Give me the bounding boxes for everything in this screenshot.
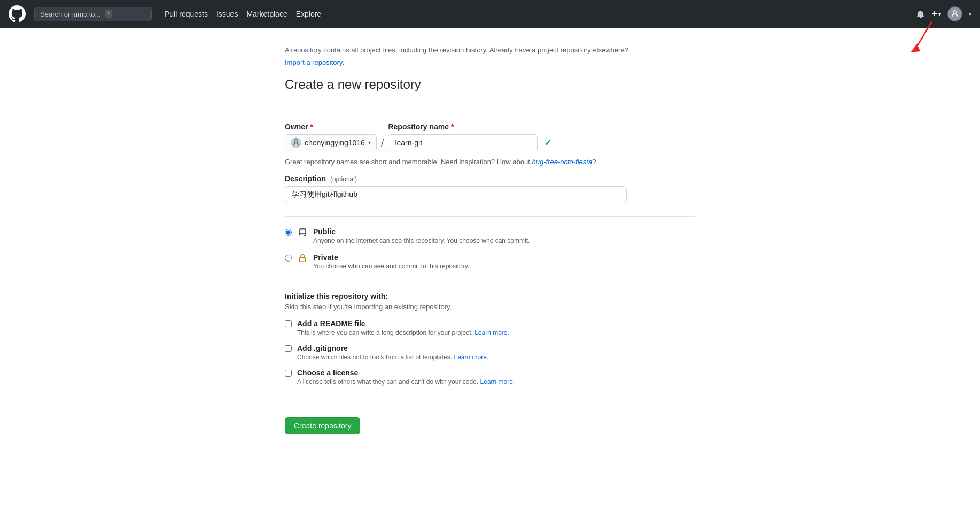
init-subtitle: Skip this step if you're importing an ex… [285,303,695,311]
private-icon [298,253,307,265]
main-content: A repository contains all project files,… [276,28,704,479]
owner-required: * [310,122,313,131]
public-option: Public Anyone on the internet can see th… [285,227,695,244]
nav-right: + ▾ ▾ [916,6,971,21]
page-title: Create a new repository [285,77,695,101]
readme-option: Add a README file This is where you can … [285,319,695,336]
gitignore-label: Add .gitignore [297,344,488,352]
nav-issues[interactable]: Issues [216,10,238,18]
gitignore-checkbox[interactable] [285,345,292,352]
owner-avatar [291,137,301,148]
repo-name-valid-icon: ✓ [544,137,552,149]
private-radio[interactable] [285,255,292,262]
slash-divider: / [381,137,384,151]
visibility-section: Public Anyone on the internet can see th… [285,217,695,281]
readme-checkbox[interactable] [285,320,292,327]
gitignore-content: Add .gitignore Choose which files not to… [297,344,488,361]
license-label: Choose a license [297,369,515,377]
private-content: Private You choose who can see and commi… [313,253,695,270]
caret-icon: ▾ [938,11,941,17]
license-checkbox[interactable] [285,370,292,377]
nav-pull-requests[interactable]: Pull requests [165,10,208,18]
readme-learn-more[interactable]: Learn more. [475,329,509,336]
public-content: Public Anyone on the internet can see th… [313,227,695,244]
description-input[interactable] [285,186,627,203]
svg-marker-1 [911,44,920,52]
readme-label: Add a README file [297,319,509,328]
user-avatar[interactable] [947,6,962,21]
owner-repo-row: Owner * chenyingying1016 ▾ / Repository … [285,122,695,151]
repo-name-input[interactable] [388,134,538,151]
public-desc: Anyone on the internet can see this repo… [313,237,695,244]
private-desc: You choose who can see and commit to thi… [313,263,695,270]
create-new-button[interactable]: + ▾ [931,9,941,20]
gitignore-learn-more[interactable]: Learn more. [454,354,488,361]
search-text: Search or jump to... [40,10,100,18]
init-title: Initialize this repository with: [285,292,695,301]
license-desc: A license tells others what they can and… [297,378,515,386]
public-label: Public [313,227,695,236]
readme-desc: This is where you can write a long descr… [297,329,509,336]
license-content: Choose a license A license tells others … [297,369,515,386]
gitignore-desc: Choose which files not to track from a l… [297,354,488,361]
owner-caret-icon: ▾ [368,140,371,145]
search-box[interactable]: Search or jump to... / [34,7,152,21]
description-group: Description (optional) [285,174,695,203]
create-repository-button[interactable]: Create repository [285,417,360,434]
avatar-caret: ▾ [969,11,971,17]
intro-description: A repository contains all project files,… [285,45,695,56]
github-logo[interactable] [9,5,26,22]
owner-repo-section: Owner * chenyingying1016 ▾ / Repository … [285,110,695,217]
gitignore-option: Add .gitignore Choose which files not to… [285,344,695,361]
owner-group: Owner * chenyingying1016 ▾ [285,122,377,151]
license-option: Choose a license A license tells others … [285,369,695,386]
description-label: Description (optional) [285,174,695,183]
owner-dropdown[interactable]: chenyingying1016 ▾ [285,134,377,151]
search-kbd: / [105,10,112,18]
public-icon [298,227,307,240]
notifications-button[interactable] [916,10,925,18]
submit-section: Create repository [285,404,695,447]
private-option: Private You choose who can see and commi… [285,253,695,270]
repo-name-suggestion: Great repository names are short and mem… [285,158,695,166]
navbar: Search or jump to... / Pull requests Iss… [0,0,980,28]
repo-name-group: Repository name * ✓ [388,122,552,151]
nav-explore[interactable]: Explore [296,10,321,18]
init-section: Initialize this repository with: Skip th… [285,281,695,404]
nav-links: Pull requests Issues Marketplace Explore [165,10,321,18]
owner-label: Owner * [285,122,377,131]
readme-content: Add a README file This is where you can … [297,319,509,336]
owner-name: chenyingying1016 [305,139,365,147]
repo-name-label: Repository name * [388,122,552,131]
license-learn-more[interactable]: Learn more. [480,378,515,386]
repo-name-required: * [451,122,454,131]
private-label: Private [313,253,695,262]
description-optional: (optional) [330,175,357,183]
public-radio[interactable] [285,229,292,236]
owner-avatar-img [291,137,301,148]
nav-marketplace[interactable]: Marketplace [246,10,287,18]
plus-icon: + [931,9,937,20]
suggestion-link[interactable]: bug-free-octo-fiesta [532,158,592,166]
import-repository-link[interactable]: Import a repository. [285,58,344,66]
